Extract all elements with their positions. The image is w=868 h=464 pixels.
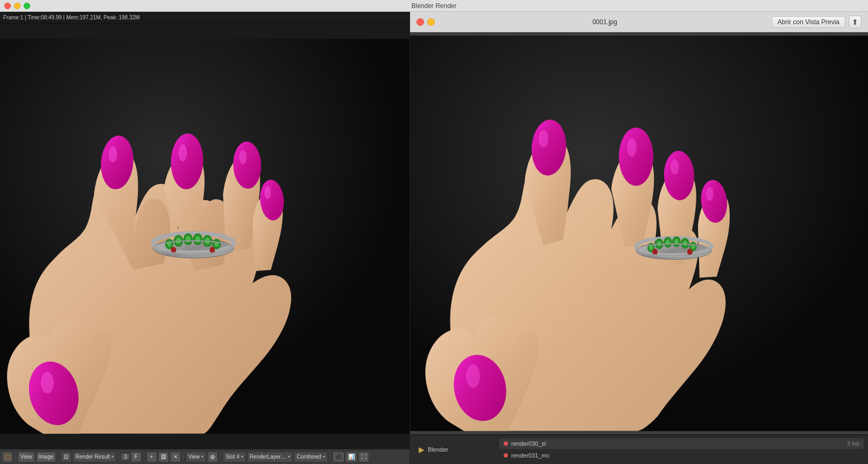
svg-point-52: [683, 241, 687, 246]
separator-5: [183, 453, 184, 461]
remove-slot-btn[interactable]: 🖼: [158, 452, 169, 462]
plus-icon: +: [150, 454, 153, 460]
x-btn[interactable]: ✕: [170, 452, 181, 462]
file-browser: ▶ Blender render030_sl 5 feb render031_m…: [410, 434, 868, 464]
svg-point-32: [466, 365, 480, 388]
file-item-0[interactable]: render030_sl 5 feb: [499, 438, 864, 449]
histogram-btn[interactable]: 📊: [345, 452, 357, 462]
render-result-dropdown[interactable]: Render Result ▾: [73, 452, 116, 462]
svg-point-11: [264, 186, 271, 199]
separator-3: [118, 453, 119, 461]
slot-chevron: ▾: [241, 454, 243, 459]
render-canvas: [0, 24, 410, 449]
slot-label: Slot 4: [225, 454, 239, 460]
view-menu-btn[interactable]: View: [18, 452, 35, 462]
svg-point-38: [671, 160, 679, 175]
render-result-label: Render Result: [75, 454, 110, 460]
file-color-dot-1: [504, 453, 508, 458]
file-name-1: render031_mc: [511, 452, 549, 459]
folder-icon: ▶: [419, 445, 425, 454]
channels-btn[interactable]: ⬛: [333, 452, 344, 462]
svg-point-56: [687, 249, 693, 255]
frame-number[interactable]: 3: [121, 453, 130, 460]
view-dropdown-label: View: [188, 454, 200, 460]
open-preview-btn[interactable]: Abrir con Vista Previa: [772, 16, 845, 28]
image-label: Image: [39, 454, 54, 460]
add-slot-btn[interactable]: +: [146, 452, 157, 462]
maximize-button[interactable]: [24, 3, 30, 9]
main-area: Frame:1 | Time:08:49.99 | Mem:197.21M, P…: [0, 12, 868, 464]
window-title: Blender Render: [411, 2, 456, 10]
file-color-dot-0: [504, 441, 508, 446]
image-viewer-header: 0001.jpg Abrir con Vista Previa ⬆: [410, 12, 868, 32]
blender-icon-btn[interactable]: ⬡: [2, 452, 13, 462]
rl-chevron: ▾: [288, 454, 290, 459]
image-btn-icon: 🖼: [161, 454, 166, 460]
separator-4: [144, 453, 144, 461]
separator-1: [15, 453, 16, 461]
viewer-close-btn[interactable]: [417, 18, 424, 26]
svg-point-21: [195, 236, 201, 242]
minimize-button[interactable]: [14, 3, 20, 9]
window-controls[interactable]: [4, 3, 30, 9]
fullscreen-btn[interactable]: ⛶: [358, 452, 369, 462]
svg-point-5: [109, 146, 117, 162]
share-btn[interactable]: ⬆: [849, 16, 862, 28]
share-icon: ⬆: [852, 18, 858, 26]
blender-folder-label: Blender: [428, 446, 448, 453]
separator-7: [330, 453, 330, 461]
image-filename: 0001.jpg: [438, 18, 772, 26]
f-label: F: [135, 454, 138, 460]
slot-dropdown[interactable]: Slot 4 ▾: [223, 452, 246, 462]
combined-dropdown[interactable]: Combined ▾: [294, 452, 328, 462]
combined-label: Combined: [297, 454, 321, 460]
x-icon: ✕: [173, 454, 178, 460]
left-panel: Frame:1 | Time:08:49.99 | Mem:197.21M, P…: [0, 12, 410, 464]
right-panel: 0001.jpg Abrir con Vista Previa ⬆: [410, 12, 868, 464]
view-chevron: ▾: [201, 454, 203, 459]
view-dropdown[interactable]: View ▾: [186, 452, 207, 462]
svg-point-35: [619, 128, 653, 186]
image-viewer-canvas: [410, 32, 868, 434]
close-button[interactable]: [4, 3, 11, 9]
blender-logo: ⬡: [5, 453, 10, 461]
svg-point-36: [627, 139, 637, 157]
view-label: View: [20, 454, 32, 460]
svg-point-40: [706, 187, 714, 201]
separator-6: [220, 453, 221, 461]
blender-folder-item[interactable]: ▶ Blender: [414, 443, 495, 456]
title-bar: Blender Render: [0, 0, 868, 12]
svg-point-44: [650, 245, 653, 250]
render-image: [0, 24, 410, 449]
image-type-icon: 🖼: [61, 452, 72, 462]
svg-point-9: [239, 150, 246, 164]
f-button[interactable]: F: [131, 452, 142, 462]
viewport-header: Frame:1 | Time:08:49.99 | Mem:197.21M, P…: [0, 12, 410, 24]
render-layer-dropdown[interactable]: RenderLayer.... ▾: [247, 452, 293, 462]
svg-point-7: [179, 144, 187, 161]
combined-chevron: ▾: [323, 454, 325, 459]
svg-point-3: [41, 372, 54, 394]
render-layer-label: RenderLayer....: [250, 454, 286, 460]
viewport-info: Frame:1 | Time:08:49.99 | Mem:197.21M, P…: [3, 15, 140, 20]
file-date-0: 5 feb: [848, 441, 859, 447]
image-menu-btn[interactable]: Image: [36, 452, 57, 462]
file-name-0: render030_sl: [511, 440, 546, 447]
file-item-1[interactable]: render031_mc: [499, 450, 864, 461]
dropdown-chevron: ▾: [111, 454, 114, 459]
svg-point-34: [539, 131, 548, 148]
separator-2: [58, 453, 59, 461]
viewer-min-btn[interactable]: [427, 18, 435, 26]
bottom-toolbar: ⬡ View Image 🖼 Render Result ▾ 3 F +: [0, 449, 410, 464]
viewer-image: [410, 32, 868, 434]
zoom-btn[interactable]: ⊕: [207, 452, 218, 462]
svg-point-19: [186, 236, 191, 242]
